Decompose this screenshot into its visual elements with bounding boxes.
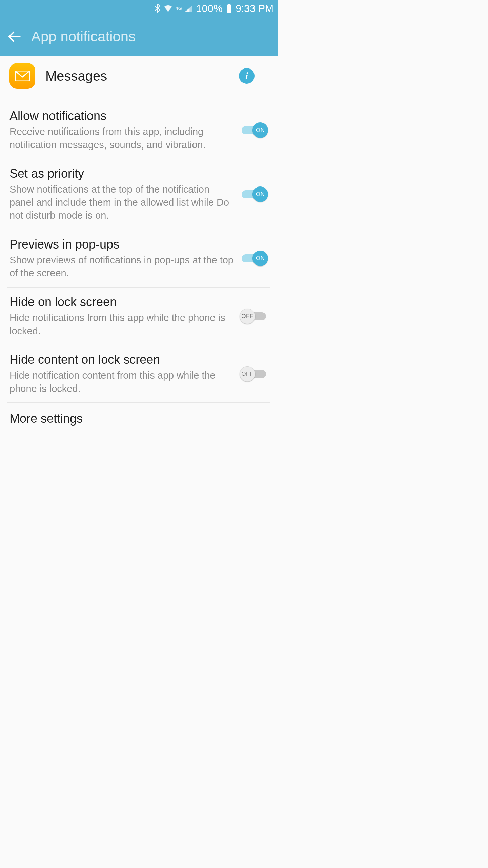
app-name-label: Messages bbox=[45, 68, 229, 84]
status-icons: 4G bbox=[154, 4, 193, 13]
app-info-button[interactable]: i bbox=[239, 68, 255, 84]
toggle-previews-in-popups[interactable]: ON bbox=[240, 251, 268, 266]
battery-percent: 100% bbox=[196, 3, 223, 14]
setting-hide-content-on-lock-screen[interactable]: Hide content on lock screen Hide notific… bbox=[7, 345, 270, 403]
toggle-set-as-priority[interactable]: ON bbox=[240, 186, 268, 202]
settings-list: Allow notifications Receive notification… bbox=[7, 101, 270, 403]
app-header-row: Messages i bbox=[0, 56, 278, 101]
setting-title: Hide content on lock screen bbox=[9, 353, 233, 367]
setting-set-as-priority[interactable]: Set as priority Show notifications at th… bbox=[7, 159, 270, 230]
setting-title: Previews in pop-ups bbox=[9, 237, 233, 252]
content: Messages i Allow notifications Receive n… bbox=[0, 56, 278, 429]
toggle-knob: ON bbox=[252, 122, 268, 138]
toggle-knob: ON bbox=[252, 186, 268, 202]
more-settings-link[interactable]: More settings bbox=[0, 403, 278, 429]
app-bar: App notifications bbox=[0, 17, 278, 56]
setting-title: Set as priority bbox=[9, 166, 233, 181]
status-bar: 4G 100% 9:33 PM bbox=[0, 0, 278, 17]
toggle-knob: ON bbox=[252, 251, 268, 266]
setting-title: Hide on lock screen bbox=[9, 295, 233, 309]
messages-app-icon bbox=[9, 63, 35, 89]
toggle-knob: OFF bbox=[240, 309, 255, 324]
back-button[interactable] bbox=[7, 30, 21, 43]
toggle-allow-notifications[interactable]: ON bbox=[240, 122, 268, 138]
toggle-knob: OFF bbox=[240, 366, 255, 382]
setting-desc: Show notifications at the top of the not… bbox=[9, 183, 233, 222]
clock: 9:33 PM bbox=[236, 3, 273, 14]
page-title: App notifications bbox=[31, 28, 136, 45]
svg-rect-1 bbox=[228, 4, 230, 5]
setting-hide-on-lock-screen[interactable]: Hide on lock screen Hide notifications f… bbox=[7, 288, 270, 345]
setting-allow-notifications[interactable]: Allow notifications Receive notification… bbox=[7, 101, 270, 159]
setting-desc: Show previews of notifications in pop-up… bbox=[9, 254, 233, 280]
network-type-icon: 4G bbox=[176, 6, 182, 11]
toggle-hide-content-on-lock-screen[interactable]: OFF bbox=[240, 366, 268, 382]
setting-previews-in-popups[interactable]: Previews in pop-ups Show previews of not… bbox=[7, 230, 270, 288]
svg-rect-0 bbox=[227, 5, 231, 13]
wifi-icon bbox=[163, 5, 173, 12]
signal-icon bbox=[185, 5, 193, 12]
battery-icon bbox=[226, 4, 232, 13]
bluetooth-icon bbox=[154, 4, 161, 13]
setting-desc: Receive notifications from this app, inc… bbox=[9, 125, 233, 151]
setting-desc: Hide notifications from this app while t… bbox=[9, 311, 233, 337]
setting-desc: Hide notification content from this app … bbox=[9, 369, 233, 395]
toggle-hide-on-lock-screen[interactable]: OFF bbox=[240, 309, 268, 324]
setting-title: Allow notifications bbox=[9, 109, 233, 123]
